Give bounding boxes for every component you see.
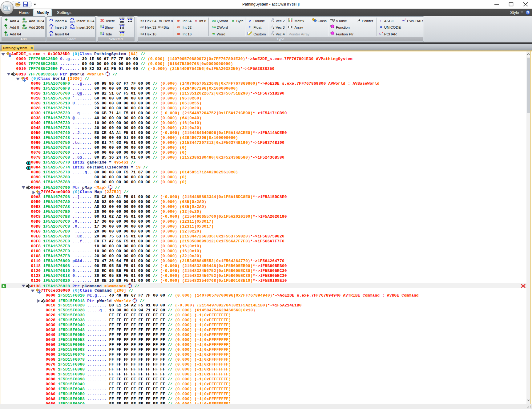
svg-text:T: T (380, 19, 382, 22)
svg-text:U: U (380, 26, 382, 29)
svg-text:2048: 2048 (22, 27, 27, 29)
svg-text:8: 8 (6, 27, 7, 29)
svg-text:2048: 2048 (70, 27, 75, 29)
svg-text:64: 64 (50, 34, 53, 36)
svg-text:*: * (382, 31, 383, 34)
svg-text:B: B (232, 19, 234, 22)
svg-text:H8: H8 (159, 19, 162, 22)
svg-text:I8: I8 (195, 19, 197, 22)
svg-text:*: * (405, 18, 406, 21)
svg-text:QW: QW (212, 19, 216, 22)
svg-text:DW: DW (212, 26, 216, 29)
svg-text:1: 1 (291, 20, 292, 22)
svg-text:1010: 1010 (158, 26, 163, 28)
svg-text:H16: H16 (140, 33, 144, 35)
svg-text:8: 8 (51, 27, 52, 29)
svg-text:1024: 1024 (70, 20, 75, 22)
svg-text:H32: H32 (140, 26, 144, 28)
svg-text:2: 2 (273, 20, 274, 22)
svg-text:H64: H64 (140, 19, 144, 22)
svg-text:3: 3 (273, 27, 274, 29)
svg-text:F: F (249, 26, 251, 29)
svg-text:I16: I16 (177, 33, 180, 35)
svg-text:4: 4 (273, 34, 274, 35)
svg-text:???: ??? (119, 33, 125, 36)
svg-text:W: W (212, 32, 215, 35)
svg-text:000: 000 (120, 20, 124, 23)
svg-text:0: 0 (289, 20, 290, 22)
svg-text:C: C (379, 32, 381, 35)
svg-text:I32: I32 (177, 26, 180, 28)
svg-text:1024: 1024 (22, 20, 27, 22)
svg-text:64: 64 (5, 34, 8, 36)
svg-text:I64: I64 (177, 19, 180, 22)
svg-text:D: D (249, 19, 251, 22)
